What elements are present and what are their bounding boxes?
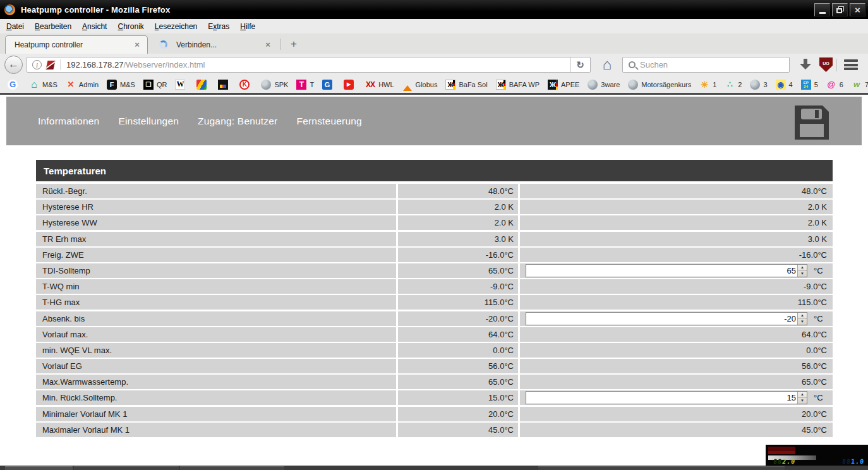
- menu-extras[interactable]: Extras: [208, 22, 229, 31]
- bookmark-admin[interactable]: ✕Admin: [66, 80, 99, 90]
- bookmark-telekom[interactable]: TT: [296, 80, 314, 90]
- number-field[interactable]: [526, 313, 797, 325]
- spinner-control[interactable]: ▲▼: [797, 392, 807, 404]
- wikipedia-icon: W: [175, 80, 185, 90]
- bookmark-qr[interactable]: ❏QR: [143, 80, 167, 90]
- bookmark-7[interactable]: w7: [852, 80, 868, 90]
- spin-up-icon[interactable]: ▲: [798, 392, 807, 398]
- spin-up-icon[interactable]: ▲: [798, 313, 807, 319]
- tab-heatpump-controller[interactable]: Heatpump controller ×: [5, 35, 148, 54]
- window-titlebar: Heatpump controller - Mozilla Firefox ×: [0, 0, 868, 19]
- taskbar-item[interactable]: [74, 466, 179, 470]
- red-bar: [768, 450, 795, 454]
- bookmark-flag[interactable]: [196, 80, 210, 90]
- number-field[interactable]: [526, 392, 797, 404]
- g-blue-icon: G: [322, 80, 332, 90]
- downloads-button[interactable]: [799, 59, 812, 71]
- bafa-eagle-icon: Ж: [445, 80, 455, 90]
- save-floppy-icon[interactable]: [792, 103, 831, 145]
- table-row: Hysterese WW2.0 K2.0 K: [36, 215, 833, 230]
- menu-hilfe[interactable]: Hilfe: [240, 22, 255, 31]
- bookmark-3ware[interactable]: 3ware: [588, 80, 620, 90]
- flag-icon: [196, 80, 207, 90]
- menu-bearbeiten[interactable]: Bearbeiten: [35, 22, 71, 31]
- spinner-control[interactable]: ▲▼: [797, 313, 807, 325]
- bookmark-hwl[interactable]: XXHWL: [365, 80, 394, 90]
- bookmark-shop[interactable]: [218, 80, 231, 90]
- globe-icon: [588, 80, 598, 90]
- google-icon: G: [8, 80, 18, 90]
- home-icon: ⌂: [29, 80, 39, 90]
- bookmark-1[interactable]: ☀1: [699, 80, 716, 90]
- tab-close-icon[interactable]: ×: [132, 40, 142, 50]
- tab-strip: Heatpump controller × Verbinden... × +: [0, 33, 868, 54]
- url-bar[interactable]: i 192.168.178.27/Webserver/index.html ↻: [27, 57, 591, 73]
- tab-verbinden[interactable]: Verbinden... ×: [152, 35, 278, 54]
- nav-informationen[interactable]: Informationen: [38, 116, 99, 127]
- tab-close-icon[interactable]: ×: [263, 40, 273, 50]
- seven-segment-display-green: 882.0: [773, 458, 795, 465]
- bookmark-k[interactable]: K: [239, 80, 253, 90]
- globe-icon: [261, 80, 271, 90]
- nav-fernsteuerung[interactable]: Fernsteuerung: [296, 116, 361, 127]
- loading-spinner-icon: [159, 40, 167, 49]
- new-tab-button[interactable]: +: [286, 37, 302, 52]
- close-button[interactable]: ×: [850, 3, 865, 16]
- home-button[interactable]: ⌂: [599, 57, 615, 73]
- menu-chronik[interactable]: Chronik: [118, 22, 143, 31]
- menu-hamburger-button[interactable]: [843, 59, 859, 71]
- tdi-solltemp-input[interactable]: ▲▼: [526, 264, 807, 277]
- table-row: Hysterese HR2.0 K2.0 K: [36, 200, 833, 214]
- menu-datei[interactable]: Datei: [6, 22, 24, 31]
- bookmark-6[interactable]: @6: [826, 80, 843, 90]
- minimize-button[interactable]: [814, 3, 830, 16]
- bookmark-ms-home[interactable]: ⌂M&S: [29, 80, 57, 90]
- search-bar[interactable]: Suchen: [622, 57, 790, 73]
- ublock-shield-icon[interactable]: UO: [819, 57, 833, 72]
- toolbar-divider: [836, 59, 837, 71]
- joomla-icon: ✕: [66, 80, 76, 90]
- bookmark-5[interactable]: EP245: [801, 80, 818, 90]
- absenk-bis-input[interactable]: ▲▼: [526, 312, 807, 325]
- plugin-blocked-icon[interactable]: [46, 61, 56, 69]
- spin-up-icon[interactable]: ▲: [798, 265, 807, 271]
- spinner-control[interactable]: ▲▼: [797, 265, 807, 277]
- back-button[interactable]: ←: [4, 56, 23, 74]
- bookmark-apee[interactable]: ЖAPEE: [548, 80, 579, 90]
- bookmark-2[interactable]: ∴2: [725, 80, 742, 90]
- taskbar-item[interactable]: [5, 466, 73, 470]
- menu-ansicht[interactable]: Ansicht: [82, 22, 107, 31]
- bookmark-bafa-sol[interactable]: ЖBaFa Sol: [445, 80, 487, 90]
- bookmark-bafa-wp[interactable]: ЖBAFA WP: [496, 80, 539, 90]
- bookmark-spk[interactable]: SPK: [261, 80, 288, 90]
- spin-down-icon[interactable]: ▼: [798, 319, 807, 325]
- bookmark-globus[interactable]: Globus: [402, 80, 438, 90]
- taskbar-item[interactable]: [538, 466, 785, 470]
- f-app-icon: F: [107, 80, 117, 90]
- reload-button[interactable]: ↻: [570, 57, 590, 73]
- bookmark-g[interactable]: G: [322, 80, 335, 90]
- bookmark-motorsaegenkurs[interactable]: Motorsägenkurs: [628, 80, 691, 90]
- spin-down-icon[interactable]: ▼: [798, 271, 807, 277]
- bookmark-4[interactable]: ◉4: [776, 80, 793, 90]
- restore-button[interactable]: [832, 3, 848, 16]
- url-text[interactable]: 192.168.178.27/Webserver/index.html: [66, 60, 205, 69]
- number-field[interactable]: [526, 265, 797, 277]
- min-rueckl-solltemp-input[interactable]: ▲▼: [526, 391, 807, 404]
- bookmark-youtube[interactable]: ▶: [344, 80, 357, 90]
- table-row: Freig. ZWE-16.0°C-16.0°C: [36, 248, 833, 262]
- bookmark-wikipedia[interactable]: W: [175, 80, 188, 90]
- taskbar-item[interactable]: [180, 466, 284, 470]
- green-dots-icon: ∴: [725, 80, 735, 90]
- nav-zugang-benutzer[interactable]: Zugang: Benutzer: [198, 116, 277, 127]
- nav-einstellungen[interactable]: Einstellungen: [118, 116, 179, 127]
- site-info-icon[interactable]: i: [32, 60, 42, 69]
- bookmark-google[interactable]: G: [8, 80, 21, 90]
- bookmark-3[interactable]: 3: [750, 80, 767, 90]
- taskbar: [0, 466, 868, 470]
- menu-lesezeichen[interactable]: Lesezeichen: [155, 22, 197, 31]
- bookmark-ms[interactable]: FM&S: [107, 80, 135, 90]
- red-bar: [768, 447, 795, 450]
- spin-down-icon[interactable]: ▼: [798, 398, 807, 404]
- table-row: Vorlauf max.64.0°C64.0°C: [36, 327, 833, 342]
